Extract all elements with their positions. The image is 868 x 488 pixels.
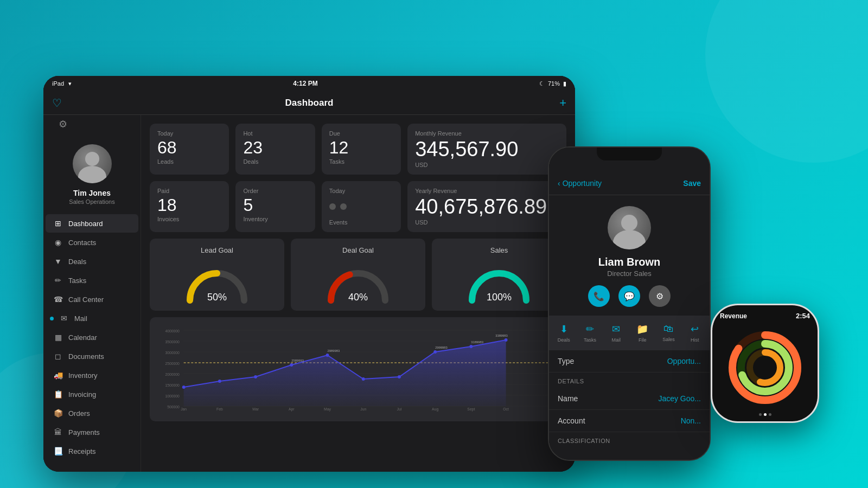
save-button[interactable]: Save <box>683 179 701 188</box>
tab-hist[interactable]: ↩ Hist <box>682 320 707 346</box>
stat-leads-value: 68 <box>157 139 221 156</box>
sidebar-label-tasks: Tasks <box>68 277 86 285</box>
gauge-deal-title: Deal Goal <box>342 246 374 254</box>
stat-leads: Today 68 Leads <box>150 124 229 175</box>
sidebar-item-documents[interactable]: ◻ Documents <box>46 347 138 365</box>
sidebar-item-orders[interactable]: 📦 Orders <box>46 404 138 422</box>
type-field-label: Type <box>558 357 574 365</box>
sidebar-label-receipts: Receipts <box>68 447 96 455</box>
account-field-row[interactable]: Account Non... <box>549 410 710 432</box>
sales-tab-icon: 🛍 <box>663 323 673 335</box>
deals-icon: ▼ <box>53 257 63 266</box>
stat-leads-sublabel: Leads <box>157 158 221 165</box>
type-field-row[interactable]: Type Opportu... <box>549 350 710 373</box>
iphone-profile: Liam Brown Director Sales 📞 💬 ⚙ <box>549 195 710 316</box>
deals-tab-label: Deals <box>558 337 570 343</box>
invoicing-icon: 📋 <box>53 390 63 399</box>
svg-text:Aug: Aug <box>432 407 438 412</box>
sidebar-label-documents: Documents <box>68 352 104 361</box>
svg-point-18 <box>218 380 221 383</box>
sidebar-item-deals[interactable]: ▼ Deals <box>46 252 138 271</box>
sidebar-item-calendar[interactable]: ▦ Calendar <box>46 328 138 346</box>
chat-button[interactable]: 💬 <box>618 285 640 307</box>
svg-text:2500000: 2500000 <box>165 362 180 365</box>
contact-settings-button[interactable]: ⚙ <box>649 285 671 307</box>
gauges-row: Lead Goal 50% Deal Goal <box>150 239 566 311</box>
svg-point-22 <box>362 377 365 381</box>
action-buttons: 📞 💬 ⚙ <box>588 285 671 307</box>
svg-text:2989983: 2989983 <box>328 349 340 352</box>
deals-tab-icon: ⬇ <box>560 323 568 335</box>
account-field-value: Non... <box>681 416 701 425</box>
stat-invoices-sublabel: Invoices <box>157 216 221 222</box>
tab-deals[interactable]: ⬇ Deals <box>551 320 576 346</box>
gauge-lead-container: 50% <box>184 260 250 303</box>
sidebar-item-mail[interactable]: ✉ Mail <box>46 309 138 328</box>
svg-text:2999983: 2999983 <box>435 346 448 349</box>
add-button[interactable]: + <box>559 96 566 110</box>
iphone-navbar: ‹ Opportunity Save <box>549 171 710 195</box>
svg-text:2589993: 2589993 <box>291 359 304 362</box>
svg-text:1500000: 1500000 <box>165 383 180 387</box>
event-dot-1 <box>329 203 336 210</box>
svg-text:3500000: 3500000 <box>165 340 180 344</box>
gauge-deal-goal: Deal Goal 40% <box>291 239 425 311</box>
stat-paid-label: Paid <box>157 188 221 194</box>
sales-tab-label: Sales <box>662 337 675 342</box>
sidebar-item-inventory[interactable]: 🚚 Inventory <box>46 366 138 384</box>
sidebar-item-receipts[interactable]: 📃 Receipts <box>46 442 138 460</box>
battery-label: 71% <box>548 80 560 87</box>
svg-text:Feb: Feb <box>216 407 223 411</box>
hist-tab-label: Hist <box>691 337 699 343</box>
tab-sales[interactable]: 🛍 Sales <box>656 320 681 346</box>
name-field-row[interactable]: Name Jacey Goo... <box>549 388 710 410</box>
back-button[interactable]: ‹ Opportunity <box>558 179 602 188</box>
hist-tab-icon: ↩ <box>691 323 699 335</box>
watch-rings <box>712 322 818 413</box>
svg-text:3000000: 3000000 <box>165 351 180 355</box>
sidebar-label-contacts: Contacts <box>68 239 96 247</box>
mail-tab-label: Mail <box>612 337 621 343</box>
moon-icon: ☾ <box>539 80 545 87</box>
stat-today-label: Today <box>157 130 221 137</box>
sidebar-item-payments[interactable]: 🏛 Payments <box>46 423 138 441</box>
gauge-deal-value: 40% <box>348 292 368 303</box>
sidebar-label-invoicing: Invoicing <box>68 390 96 399</box>
svg-point-20 <box>290 363 293 367</box>
stat-inventory: Order 5 Inventory <box>235 181 315 232</box>
events-dots <box>329 203 393 210</box>
svg-text:2000000: 2000000 <box>165 373 180 376</box>
svg-text:May: May <box>324 407 331 412</box>
sidebar-item-callcenter[interactable]: ☎ Call Center <box>46 290 138 309</box>
mail-icon: ✉ <box>59 314 69 323</box>
ipad-label: iPad <box>52 80 64 87</box>
stat-inventory-value: 5 <box>243 196 307 214</box>
name-field-value: Jacey Goo... <box>658 394 701 403</box>
sidebar-item-tasks[interactable]: ✏ Tasks <box>46 271 138 290</box>
sidebar-item-invoicing[interactable]: 📋 Invoicing <box>46 385 138 403</box>
receipts-icon: 📃 <box>53 447 63 455</box>
file-tab-icon: 📁 <box>636 323 648 335</box>
settings-icon[interactable]: ⚙ <box>51 117 75 132</box>
name-field-label: Name <box>558 394 578 403</box>
tasks-tab-icon: ✏ <box>586 323 594 335</box>
svg-text:500000: 500000 <box>167 405 180 409</box>
tab-mail[interactable]: ✉ Mail <box>604 320 629 346</box>
tab-tasks[interactable]: ✏ Tasks <box>577 320 602 346</box>
sidebar-item-dashboard[interactable]: ⊞ Dashboard <box>46 214 138 233</box>
chevron-left-icon: ‹ <box>558 179 560 188</box>
user-role: Sales Operations <box>69 198 114 205</box>
tasks-icon: ✏ <box>53 276 63 285</box>
stat-order-label: Order <box>243 188 307 194</box>
stat-events: Today Events <box>322 181 401 232</box>
stat-monthly-revenue: Monthly Revenue 345,567.90 USD <box>407 124 566 175</box>
tab-file[interactable]: 📁 File <box>630 320 655 346</box>
monthly-revenue-sublabel: USD <box>415 162 559 168</box>
gauge-lead-value: 50% <box>207 292 227 303</box>
call-button[interactable]: 📞 <box>588 285 610 307</box>
monthly-revenue-label: Monthly Revenue <box>415 130 559 137</box>
heart-rate-icon: ♡ <box>52 97 62 110</box>
documents-icon: ◻ <box>53 352 63 361</box>
svg-text:Mar: Mar <box>252 407 259 411</box>
sidebar-item-contacts[interactable]: ◉ Contacts <box>46 233 138 252</box>
